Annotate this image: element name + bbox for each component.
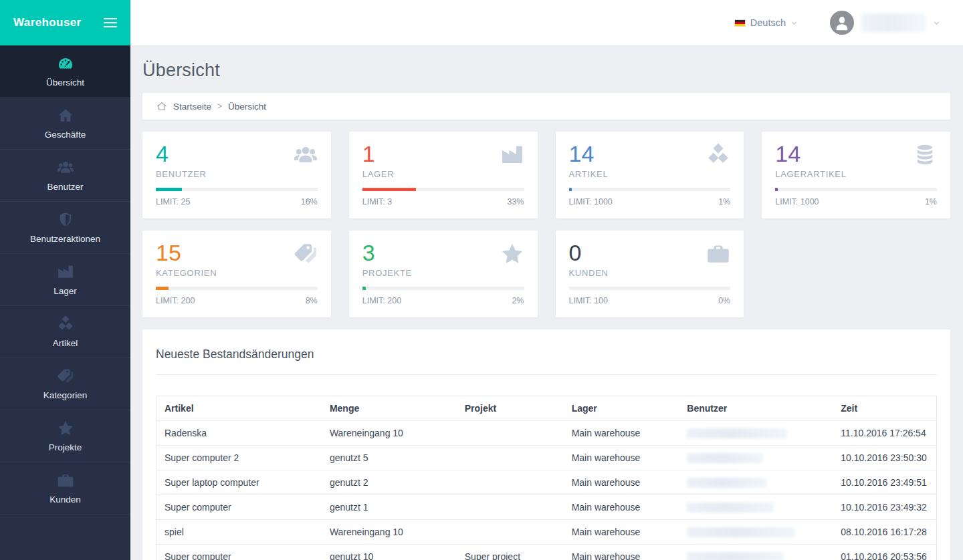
language-label: Deutsch bbox=[750, 17, 786, 28]
panel-title: Neueste Bestandsänderungen bbox=[156, 343, 937, 375]
app-title: Warehouser bbox=[13, 16, 82, 29]
menu-icon[interactable] bbox=[104, 18, 117, 27]
sidebar-item-kategorien[interactable]: Kategorien bbox=[0, 358, 130, 410]
stat-label: LAGER bbox=[362, 169, 524, 179]
sidebar-item-artikel[interactable]: Artikel bbox=[0, 306, 130, 358]
stat-card-benutzer: 4BENUTZERLIMIT: 2516% bbox=[142, 132, 331, 219]
cell-lager: Main warehouse bbox=[564, 545, 679, 560]
stat-value: 0 bbox=[569, 241, 582, 265]
benutzer-redacted bbox=[687, 503, 774, 513]
cell-zeit: 11.10.2016 17:26:54 bbox=[833, 421, 936, 446]
limit-progressbar bbox=[569, 287, 731, 290]
sidebar-item-uebersicht[interactable]: Übersicht bbox=[0, 45, 130, 98]
breadcrumb-current: Übersicht bbox=[228, 102, 266, 112]
stat-label: ARTIKEL bbox=[569, 169, 731, 179]
factory-icon bbox=[57, 263, 74, 281]
benutzer-redacted bbox=[687, 453, 763, 463]
breadcrumb: Startseite > Übersicht bbox=[142, 93, 950, 120]
star-icon bbox=[57, 420, 74, 437]
limit-text: LIMIT: 200 bbox=[156, 296, 195, 305]
cell-benutzer bbox=[679, 495, 833, 520]
stat-card-kunden: 0KUNDENLIMIT: 1000% bbox=[556, 231, 744, 317]
cell-lager: Main warehouse bbox=[564, 446, 679, 470]
cell-menge: genutzt 1 bbox=[322, 495, 457, 520]
limit-progressbar bbox=[569, 188, 731, 191]
stat-label: KATEGORIEN bbox=[156, 268, 318, 278]
cell-artikel: Radenska bbox=[156, 421, 322, 446]
sidebar-item-label: Lager bbox=[54, 286, 77, 296]
stat-value: 4 bbox=[156, 142, 169, 166]
cell-menge: Wareneingang 10 bbox=[322, 520, 457, 545]
table-row: Super laptop computergenutzt 2Main wareh… bbox=[156, 470, 937, 495]
table-row: RadenskaWareneingang 10Main warehouse11.… bbox=[156, 421, 937, 446]
limit-progressbar bbox=[156, 188, 318, 191]
stat-label: LAGERARTIKEL bbox=[775, 169, 937, 179]
sidebar-item-benutzeraktionen[interactable]: Benutzeraktionen bbox=[0, 202, 130, 254]
sidebar-item-label: Benutzer bbox=[47, 182, 83, 192]
stat-value: 15 bbox=[156, 241, 181, 265]
cell-projekt bbox=[457, 520, 564, 545]
sidebar-item-label: Kunden bbox=[49, 495, 81, 505]
cell-projekt bbox=[457, 421, 564, 446]
sidebar-item-projekte[interactable]: Projekte bbox=[0, 410, 130, 462]
german-flag-icon bbox=[734, 19, 746, 27]
sidebar-item-kunden[interactable]: Kunden bbox=[0, 462, 130, 515]
cell-lager: Main warehouse bbox=[564, 520, 679, 545]
table-row: Super computergenutzt 1Main warehouse10.… bbox=[156, 495, 937, 520]
home-outline-icon bbox=[156, 101, 167, 112]
breadcrumb-separator: > bbox=[217, 102, 222, 111]
limit-text: LIMIT: 1000 bbox=[569, 197, 613, 206]
language-selector[interactable]: Deutsch bbox=[734, 17, 798, 28]
column-header-benutzer: Benutzer bbox=[679, 396, 833, 421]
limit-progressbar bbox=[362, 188, 524, 191]
limit-text: LIMIT: 200 bbox=[362, 296, 401, 305]
shield-icon bbox=[57, 211, 74, 229]
cell-projekt bbox=[457, 446, 564, 470]
benutzer-redacted bbox=[687, 552, 784, 560]
cell-artikel: spiel bbox=[156, 520, 322, 545]
limit-text: LIMIT: 3 bbox=[362, 197, 392, 206]
stat-value: 14 bbox=[569, 142, 595, 166]
cubes-icon bbox=[57, 315, 74, 333]
home-icon bbox=[57, 107, 74, 124]
user-name-redacted bbox=[861, 13, 926, 32]
breadcrumb-startseite[interactable]: Startseite bbox=[173, 102, 211, 112]
users-icon bbox=[294, 143, 318, 167]
sidebar: Warehouser ÜbersichtGeschäfteBenutzerBen… bbox=[0, 0, 130, 560]
main-content: Übersicht Startseite > Übersicht 4BENUTZ… bbox=[130, 45, 963, 560]
sidebar-item-benutzer[interactable]: Benutzer bbox=[0, 150, 130, 202]
column-header-zeit: Zeit bbox=[833, 396, 936, 421]
cell-zeit: 10.10.2016 23:50:30 bbox=[833, 446, 936, 470]
topbar: Deutsch bbox=[130, 0, 963, 45]
table-row: Super computergenutzt 10Super projectMai… bbox=[156, 545, 937, 560]
chevron-down-icon bbox=[790, 19, 798, 27]
limit-progressbar bbox=[775, 188, 937, 191]
users-icon bbox=[57, 159, 74, 176]
sidebar-item-label: Kategorien bbox=[43, 390, 87, 400]
cell-artikel: Super computer bbox=[156, 545, 322, 560]
cell-artikel: Super computer bbox=[156, 495, 322, 520]
stat-label: BENUTZER bbox=[156, 169, 318, 179]
percent-text: 0% bbox=[718, 296, 730, 305]
cell-lager: Main warehouse bbox=[564, 470, 679, 495]
cell-projekt bbox=[457, 495, 564, 520]
cell-projekt: Super project bbox=[457, 545, 564, 560]
recent-changes-panel: Neueste Bestandsänderungen ArtikelMengeP… bbox=[142, 329, 950, 560]
sidebar-item-label: Übersicht bbox=[46, 78, 84, 88]
percent-text: 8% bbox=[306, 296, 318, 305]
limit-progressbar bbox=[362, 287, 524, 290]
stat-label: PROJEKTE bbox=[362, 268, 524, 278]
sidebar-item-label: Benutzeraktionen bbox=[30, 234, 100, 244]
sidebar-item-label: Projekte bbox=[49, 442, 82, 452]
percent-text: 1% bbox=[718, 197, 730, 206]
sidebar-item-lager[interactable]: Lager bbox=[0, 254, 130, 306]
chevron-down-icon bbox=[933, 19, 940, 27]
user-menu[interactable] bbox=[830, 11, 940, 35]
sidebar-item-geschaefte[interactable]: Geschäfte bbox=[0, 98, 130, 150]
limit-text: LIMIT: 1000 bbox=[775, 197, 819, 206]
stat-card-lagerartikel: 14LAGERARTIKELLIMIT: 10001% bbox=[762, 132, 950, 219]
cubes-icon bbox=[706, 143, 730, 167]
cell-zeit: 01.10.2016 20:53:56 bbox=[833, 545, 936, 560]
cell-lager: Main warehouse bbox=[564, 421, 679, 446]
briefcase-icon bbox=[706, 242, 730, 266]
